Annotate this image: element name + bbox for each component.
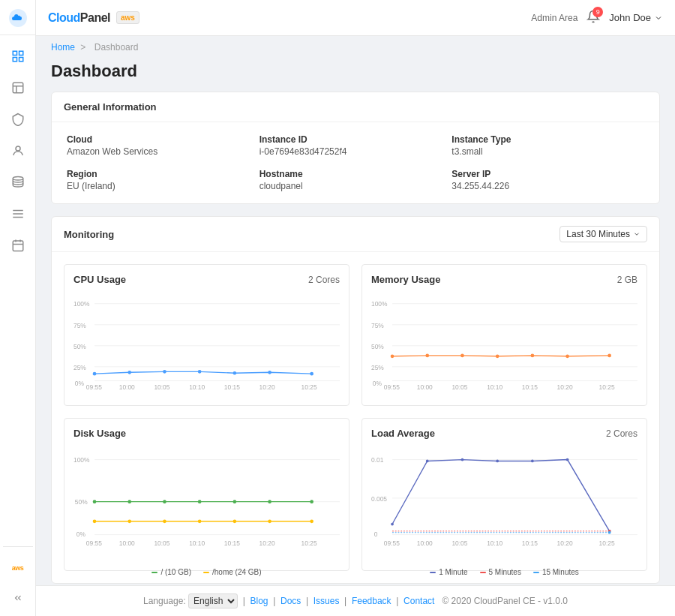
language-select[interactable]: English [188,593,238,608]
breadcrumb-separator: > [80,42,86,53]
cpu-chart-card: CPU Usage 2 Cores 100% 75% 50% 25% 0% [64,264,350,406]
load-1-dot-2 [426,460,429,463]
load-x-1: 09:55 [384,539,400,547]
disk-home-dot-4 [198,519,202,523]
load-1-dot-5 [531,460,534,463]
sidebar-item-sites[interactable] [3,73,33,103]
cpu-dot-6 [268,371,272,374]
svg-rect-5 [13,83,23,93]
content-area: Home > Dashboard Dashboard General Infor… [36,36,675,585]
svg-rect-2 [19,51,22,55]
mem-x-6: 10:20 [557,383,573,391]
memory-chart-card: Memory Usage 2 GB 100% 75% 50% 25% 0% [362,264,647,406]
sidebar-item-aws[interactable]: aws [3,553,33,583]
load-1-dot-3 [461,458,464,461]
disk-root-dot-3 [163,500,166,503]
general-info-header: General Information [52,92,659,122]
server-ip-value: 34.255.44.226 [452,181,644,191]
load-y-001: 0.01 [371,456,384,464]
load-15min-dot [533,572,539,573]
time-range-dropdown[interactable]: Last 30 Minutes [560,226,647,242]
mem-dot-6 [566,354,569,358]
disk-legend-home: /home (24 GB) [203,568,262,576]
mem-dot-5 [531,354,535,358]
cpu-y-25: 25% [74,364,86,371]
cpu-x-3: 10:05 [154,383,170,391]
sidebar-collapse-button[interactable] [3,586,33,610]
load-x-3: 10:05 [452,539,467,547]
cpu-dot-1 [93,372,97,376]
memory-chart-header: Memory Usage 2 GB [371,274,638,285]
footer-feedback-link[interactable]: Feedback [352,596,392,606]
load-15-dot [608,531,611,534]
disk-root-dot-1 [93,500,97,503]
region-label: Region [67,169,260,179]
cpu-chart-area: 100% 75% 50% 25% 0% [74,291,340,396]
load-chart-title: Load Average [371,428,435,439]
sidebar-item-security[interactable] [3,104,33,134]
notification-button[interactable]: 9 [586,10,600,26]
aws-badge: aws [116,11,140,24]
disk-legend-root-dot [152,572,158,573]
load-5min-dot [480,572,486,573]
load-x-7: 10:25 [599,539,615,547]
footer-contact-link[interactable]: Contact [404,596,434,606]
sidebar-item-cron[interactable] [3,230,33,260]
disk-home-dot-2 [128,519,131,523]
cpu-x-5: 10:15 [224,383,240,391]
sidebar-item-dashboard[interactable] [3,41,33,71]
user-menu-button[interactable]: John Doe [609,12,663,23]
disk-x-2: 10:00 [119,539,135,547]
cpu-x-7: 10:25 [302,383,317,391]
breadcrumb-home[interactable]: Home [51,42,75,53]
footer-docs-link[interactable]: Docs [280,596,301,606]
aws-label: aws [12,564,24,572]
language-label: Language: [143,596,186,606]
footer-issues-link[interactable]: Issues [314,596,340,606]
mem-dot-1 [391,354,394,358]
memory-chart-area: 100% 75% 50% 25% 0% [371,291,638,396]
cpu-chart-svg: 100% 75% 50% 25% 0% [74,291,340,396]
dropdown-chevron-icon [633,230,640,238]
mem-x-2: 10:00 [417,383,433,391]
load-1min-line [392,460,610,531]
load-x-4: 10:10 [487,539,502,547]
load-y-0: 0 [374,530,378,538]
load-legend-1min: 1 Minute [430,568,467,576]
cpu-y-0: 0% [75,380,85,387]
mem-dot-3 [460,354,464,358]
info-cloud: Cloud Amazon Web Services [67,134,260,157]
svg-rect-4 [13,58,16,62]
disk-x-3: 10:05 [154,539,170,547]
mem-x-7: 10:25 [599,383,615,391]
user-name: John Doe [609,12,651,23]
info-server-ip: Server IP 34.255.44.226 [452,169,644,191]
monitoring-grid: CPU Usage 2 Cores 100% 75% 50% 25% 0% [52,252,659,583]
memory-chart-svg: 100% 75% 50% 25% 0% [371,291,638,396]
sidebar-item-queue[interactable] [3,199,33,229]
memory-chart-title: Memory Usage [371,274,440,285]
load-chart-card: Load Average 2 Cores 0.01 0.005 0 [362,418,647,571]
monitoring-header: Monitoring Last 30 Minutes [52,217,659,252]
footer-blog-link[interactable]: Blog [250,596,268,606]
load-legend-15min: 15 Minutes [533,568,579,576]
sidebar-bottom: aws [3,546,33,616]
info-region: Region EU (Ireland) [67,169,260,191]
svg-point-9 [13,177,23,181]
disk-x-5: 10:15 [224,539,240,547]
instance-id-value: i-0e7694e83d47252f4 [260,146,452,157]
disk-legend-root: / (10 GB) [152,568,191,576]
cloudpanel-logo-icon [8,8,28,29]
cpu-y-75: 75% [74,322,86,329]
sidebar-item-users[interactable] [3,136,33,166]
sidebar-item-database[interactable] [3,167,33,197]
svg-point-8 [16,146,20,151]
disk-x-6: 10:20 [260,539,275,547]
footer: Language: English | Blog | Docs | Issues… [36,585,675,616]
memory-chart-subtitle: 2 GB [617,275,638,285]
svg-rect-13 [13,241,23,251]
cpu-dot-5 [233,371,237,375]
general-info-card: General Information Cloud Amazon Web Ser… [51,92,660,204]
info-instance-type: Instance Type t3.small [452,134,644,157]
load-y-0005: 0.005 [371,495,387,503]
